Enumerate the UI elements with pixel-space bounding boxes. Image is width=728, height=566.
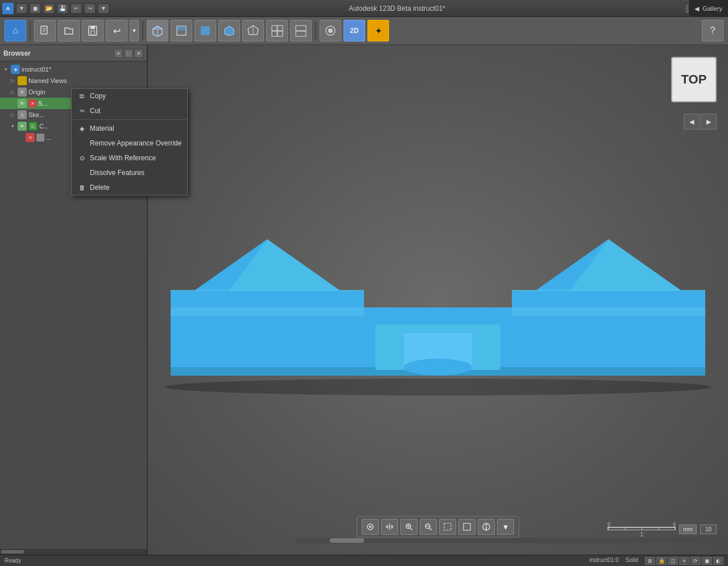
view-solid-btn[interactable] xyxy=(195,20,216,41)
tree-arrow-root: ▾ xyxy=(2,66,9,73)
2d-render-btn[interactable]: 2D xyxy=(344,20,365,41)
tree-icon-subitem xyxy=(36,134,44,142)
view-split2-btn[interactable] xyxy=(266,20,288,41)
tree-item-named-views[interactable]: ▷ Named Views xyxy=(0,75,147,86)
svg-point-24 xyxy=(165,378,711,396)
tree-item-root[interactable]: ▾ ◈ instruct01* xyxy=(0,64,147,75)
titlebar-arrow-btn[interactable]: ▼ xyxy=(98,3,109,14)
dissolve-icon xyxy=(77,168,86,177)
svg-rect-5 xyxy=(90,26,95,29)
ctx-delete[interactable]: 🗑 Delete xyxy=(72,180,187,195)
tree-label-named-views: Named Views xyxy=(28,77,67,84)
tree-icon-solid-eye: 👁 xyxy=(18,99,27,108)
toolbar-sep-1 xyxy=(30,22,31,39)
status-icon-lock[interactable]: 🔒 xyxy=(656,557,667,565)
statusbar-status: Ready xyxy=(5,557,21,564)
tree-icon-subitem-eye: ✕ xyxy=(26,133,35,142)
toolbar-sep-3 xyxy=(315,22,316,39)
viewport-scrollbar[interactable] xyxy=(296,538,728,543)
help-btn[interactable]: ? xyxy=(702,20,723,41)
btm-select-btn[interactable] xyxy=(439,519,456,535)
tree-icon-origin: ✕ xyxy=(18,88,27,97)
view-persp-btn[interactable] xyxy=(242,20,264,41)
titlebar-right: ◀ Gallery ─ □ ✕ xyxy=(685,3,728,14)
status-icon-display[interactable]: ▣ xyxy=(702,557,712,565)
new-btn[interactable] xyxy=(34,20,56,41)
nav-next-btn[interactable]: ▶ xyxy=(701,114,717,130)
status-icon-render[interactable]: ◐ xyxy=(713,557,723,565)
ctx-material[interactable]: ◈ Material xyxy=(72,121,187,136)
svg-rect-50 xyxy=(444,523,451,530)
btm-view-btn[interactable] xyxy=(362,519,379,535)
ctx-delete-label: Delete xyxy=(90,184,110,192)
tree-label-root: instruct01* xyxy=(22,66,51,73)
material-btn[interactable] xyxy=(320,20,341,41)
gallery-label[interactable]: Gallery xyxy=(702,5,722,12)
browser-scrollbar[interactable] xyxy=(0,549,147,555)
btm-pan-btn[interactable] xyxy=(381,519,398,535)
statusbar-mode: Solid xyxy=(626,557,638,565)
browser-close-btn[interactable]: ✕ xyxy=(134,49,143,58)
titlebar-redo-btn[interactable]: ↪ xyxy=(84,3,96,14)
titlebar-new-btn[interactable]: ◼ xyxy=(30,3,41,14)
btm-more-btn[interactable]: ▼ xyxy=(497,519,514,535)
btm-inspect-btn[interactable] xyxy=(478,519,495,535)
tree-icon-named-views xyxy=(18,76,27,85)
3d-model xyxy=(154,191,722,418)
browser-menu-btn[interactable]: ≡ xyxy=(114,49,123,58)
app-icon: A xyxy=(2,3,14,14)
tree-arrow-sketch: ▷ xyxy=(9,111,16,118)
svg-line-44 xyxy=(410,528,412,530)
ctx-copy[interactable]: ⧉ Copy xyxy=(72,89,187,103)
cube-view-btn[interactable] xyxy=(147,20,168,41)
status-icon-list[interactable]: ≡ xyxy=(679,557,689,565)
svg-rect-21 xyxy=(296,31,306,36)
status-icon-view[interactable]: ◫ xyxy=(668,557,678,565)
ctx-dissolve[interactable]: Dissolve Features xyxy=(72,165,187,180)
titlebar-menu-btn[interactable]: ▼ xyxy=(16,3,27,14)
view-front-btn[interactable] xyxy=(171,20,192,41)
ctx-remove-appearance[interactable]: Remove Appearance Override xyxy=(72,136,187,151)
status-icon-sync[interactable]: ⟳ xyxy=(690,557,701,565)
cut-icon: ✂ xyxy=(77,106,86,115)
titlebar-save-btn[interactable]: 💾 xyxy=(57,3,68,14)
home-btn[interactable]: ⌂ xyxy=(5,20,26,41)
svg-rect-51 xyxy=(464,523,470,530)
ctx-copy-label: Copy xyxy=(90,92,106,100)
browser-float-btn[interactable]: □ xyxy=(124,49,133,58)
titlebar-undo-btn[interactable]: ↩ xyxy=(71,3,82,14)
status-icon-grid[interactable]: ⊞ xyxy=(645,557,655,565)
scrollbar-thumb xyxy=(330,538,364,543)
svg-rect-19 xyxy=(278,31,283,36)
undo-menu-btn[interactable]: ▼ xyxy=(130,20,139,41)
toolbar-sep-2 xyxy=(142,22,143,39)
tree-label-subitem: ... xyxy=(46,134,51,141)
nav-prev-btn[interactable]: ◀ xyxy=(684,114,700,130)
toolbar: ⌂ ↩ ▼ 2D ✦ ? xyxy=(0,17,728,45)
svg-rect-16 xyxy=(272,26,277,31)
view-grid2-btn[interactable] xyxy=(290,20,312,41)
svg-rect-17 xyxy=(278,26,283,31)
undo-btn[interactable]: ↩ xyxy=(106,20,127,41)
tree-arrow-subitem xyxy=(17,134,24,141)
model-svg xyxy=(154,191,722,418)
svg-line-48 xyxy=(429,528,432,530)
statusbar: Ready instruct01:0 Solid ⊞ 🔒 ◫ ≡ ⟳ ▣ ◐ xyxy=(0,555,728,566)
open-btn[interactable] xyxy=(58,20,80,41)
status-icons: ⊞ 🔒 ◫ ≡ ⟳ ▣ ◐ xyxy=(645,557,723,565)
btm-zoom2-btn[interactable] xyxy=(420,519,437,535)
save-btn[interactable] xyxy=(82,20,104,41)
remove-appearance-icon xyxy=(77,139,86,148)
btm-region-btn[interactable] xyxy=(458,519,475,535)
tree-arrow-comp: ▾ xyxy=(9,123,16,130)
tree-label-origin: Origin xyxy=(28,89,45,95)
tree-icon-sketch: S xyxy=(18,110,27,119)
view-iso-btn[interactable] xyxy=(218,20,240,41)
ctx-cut[interactable]: ✂ Cut xyxy=(72,103,187,118)
btm-zoom-btn[interactable] xyxy=(400,519,417,535)
ctx-scale-ref[interactable]: ⊙ Scale With Reference xyxy=(72,151,187,165)
titlebar-left: A ▼ ◼ 📂 💾 ↩ ↪ ▼ xyxy=(0,3,109,14)
titlebar-open-btn[interactable]: 📂 xyxy=(43,3,55,14)
3d-render-btn[interactable]: ✦ xyxy=(367,20,389,41)
viewport[interactable]: TOP ◀ ▶ 0 6 xyxy=(148,45,728,555)
